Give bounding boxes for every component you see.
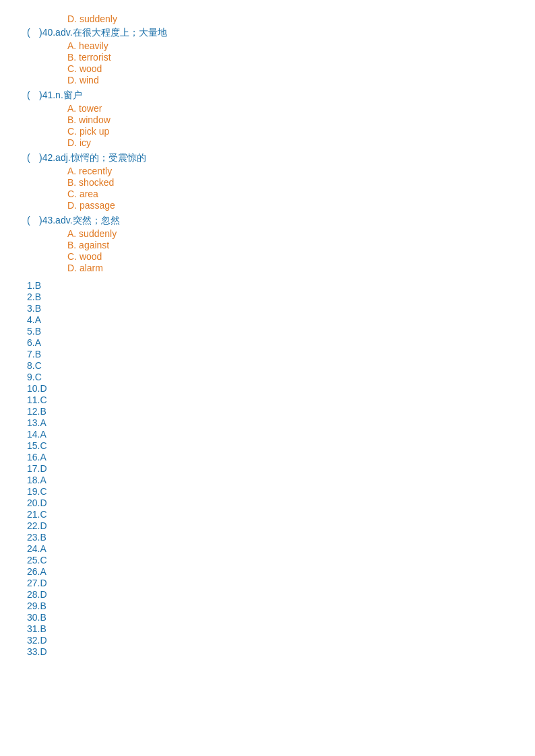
option-41-d: D. icy	[67, 137, 508, 148]
option-41-c: C. pick up	[67, 126, 508, 137]
answer-1: 1.B	[27, 280, 508, 291]
answer-28: 28.D	[27, 589, 508, 600]
answer-19: 19.C	[27, 486, 508, 497]
option-40-c: C. wood	[67, 63, 508, 74]
answer-15: 15.C	[27, 440, 508, 451]
answer-8: 8.C	[27, 360, 508, 371]
answer-5: 5.B	[27, 326, 508, 337]
option-42-d: D. passage	[67, 200, 508, 211]
options-41: A. tower B. window C. pick up D. icy	[67, 103, 508, 148]
paren-left-43: (	[27, 215, 35, 226]
options-42: A. recently B. shocked C. area D. passag…	[67, 166, 508, 211]
answer-6: 6.A	[27, 337, 508, 348]
answer-16: 16.A	[27, 452, 508, 462]
answer-30: 30.B	[27, 612, 508, 623]
option-43-b: B. against	[67, 240, 508, 250]
answer-33: 33.D	[27, 646, 508, 657]
question-43: ( )43.adv.突然；忽然 A. suddenly B. against C…	[27, 215, 508, 273]
option-43-c: C. wood	[67, 251, 508, 262]
option-40-d: D. wind	[67, 75, 508, 85]
options-40: A. heavily B. terrorist C. wood D. wind	[67, 40, 508, 85]
option-42-b: B. shocked	[67, 177, 508, 188]
answer-7: 7.B	[27, 349, 508, 359]
paren-left-42: (	[27, 152, 35, 163]
answer-4: 4.A	[27, 314, 508, 325]
answer-24: 24.A	[27, 543, 508, 554]
option-42-c: C. area	[67, 188, 508, 199]
answer-20: 20.D	[27, 497, 508, 508]
question-text-40: )40.adv.在很大程度上；大量地	[39, 27, 167, 39]
option-43-d: D. alarm	[67, 263, 508, 273]
option-43-a: A. suddenly	[67, 228, 508, 239]
answer-18: 18.A	[27, 475, 508, 485]
answer-14: 14.A	[27, 429, 508, 440]
answer-3: 3.B	[27, 303, 508, 314]
answer-25: 25.C	[27, 555, 508, 565]
question-41: ( )41.n.窗户 A. tower B. window C. pick up…	[27, 90, 508, 148]
question-42: ( )42.adj.惊愕的；受震惊的 A. recently B. shocke…	[27, 152, 508, 211]
answer-2: 2.B	[27, 291, 508, 302]
answer-10: 10.D	[27, 383, 508, 394]
answer-12: 12.B	[27, 406, 508, 417]
answer-27: 27.D	[27, 578, 508, 588]
answer-31: 31.B	[27, 623, 508, 634]
answer-23: 23.B	[27, 532, 508, 543]
answer-17: 17.D	[27, 463, 508, 474]
paren-left-41: (	[27, 90, 35, 100]
answer-32: 32.D	[27, 635, 508, 646]
options-43: A. suddenly B. against C. wood D. alarm	[67, 228, 508, 273]
option-41-b: B. window	[67, 114, 508, 125]
answer-26: 26.A	[27, 566, 508, 577]
answer-22: 22.D	[27, 520, 508, 531]
option-41-a: A. tower	[67, 103, 508, 114]
answer-29: 29.B	[27, 600, 508, 611]
top-option-d: D. suddenly	[67, 13, 508, 24]
question-text-43: )43.adv.突然；忽然	[39, 215, 120, 227]
option-42-a: A. recently	[67, 166, 508, 176]
questions-container: ( )40.adv.在很大程度上；大量地 A. heavily B. terro…	[27, 27, 508, 273]
question-text-41: )41.n.窗户	[39, 90, 82, 102]
answer-13: 13.A	[27, 417, 508, 428]
option-40-b: B. terrorist	[67, 52, 508, 63]
answer-9: 9.C	[27, 372, 508, 382]
answer-11: 11.C	[27, 394, 508, 405]
question-40: ( )40.adv.在很大程度上；大量地 A. heavily B. terro…	[27, 27, 508, 85]
answer-21: 21.C	[27, 509, 508, 520]
option-40-a: A. heavily	[67, 40, 508, 51]
paren-left-40: (	[27, 27, 35, 38]
answers-section: 1.B 2.B 3.B 4.A 5.B 6.A 7.B 8.C 9.C 10.D…	[27, 280, 508, 657]
question-text-42: )42.adj.惊愕的；受震惊的	[39, 152, 146, 164]
